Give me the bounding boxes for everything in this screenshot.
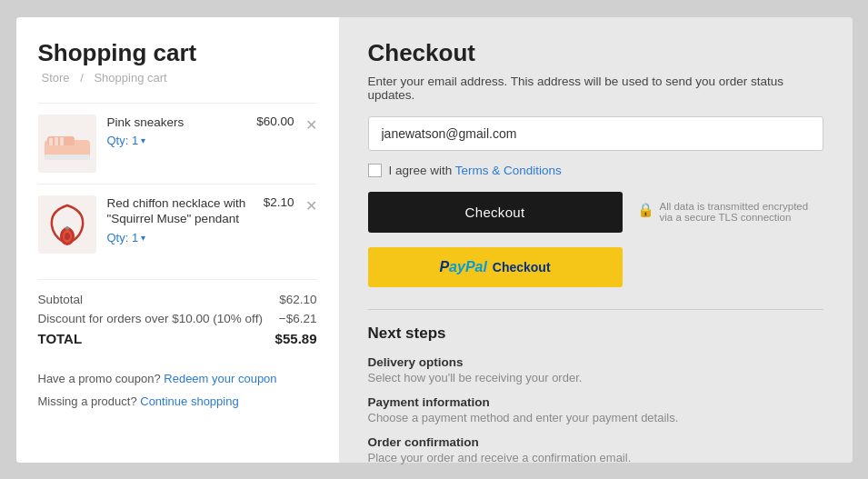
missing-text: Missing a product? — [38, 394, 137, 408]
qty-chevron-icon: ▾ — [141, 135, 145, 145]
checkout-title: Checkout — [368, 39, 823, 67]
necklace-icon — [41, 198, 94, 251]
lock-icon: 🔒 — [637, 202, 654, 218]
subtotal-label: Subtotal — [38, 293, 84, 306]
continue-shopping-link[interactable]: Continue shopping — [140, 394, 238, 408]
promo-text: Have a promo coupon? — [38, 372, 161, 385]
cart-panel: Shopping cart Store / Shopping cart Pin — [16, 17, 339, 463]
svg-rect-3 — [49, 138, 53, 145]
checkout-subtitle: Enter your email address. This address w… — [368, 75, 823, 102]
discount-row: Discount for orders over $10.00 (10% off… — [38, 312, 317, 325]
item-2-qty[interactable]: Qty: 1 ▾ — [107, 231, 253, 244]
terms-checkbox[interactable] — [368, 164, 382, 177]
cart-item-1: Pink sneakers Qty: 1 ▾ $60.00 ✕ — [38, 103, 317, 184]
subtotal-row: Subtotal $62.10 — [38, 293, 317, 306]
sneaker-icon — [40, 122, 95, 165]
email-input[interactable] — [368, 116, 823, 151]
divider — [368, 309, 823, 310]
item-2-price: $2.10 — [264, 195, 294, 209]
paypal-p-letter: P — [439, 259, 449, 274]
breadcrumb-store: Store — [42, 71, 70, 85]
qty2-chevron-icon: ▾ — [141, 233, 145, 243]
terms-link[interactable]: Terms & Conditions — [455, 164, 562, 177]
missing-section: Missing a product? Continue shopping — [38, 394, 317, 408]
item-image-necklace — [38, 195, 96, 254]
breadcrumb: Store / Shopping cart — [38, 71, 317, 85]
item-1-details: Pink sneakers Qty: 1 ▾ — [107, 115, 246, 148]
terms-row: I agree with Terms & Conditions — [368, 164, 823, 177]
item-1-qty[interactable]: Qty: 1 ▾ — [107, 134, 246, 147]
subtotal-value: $62.10 — [279, 293, 316, 306]
checkout-buttons-row: Checkout 🔒 All data is transmitted encry… — [368, 192, 823, 233]
item-2-remove-button[interactable]: ✕ — [305, 197, 317, 215]
total-label: TOTAL — [38, 331, 83, 346]
checkout-panel: Checkout Enter your email address. This … — [339, 17, 853, 463]
paypal-checkout-text: Checkout — [489, 260, 551, 274]
svg-rect-2 — [45, 155, 90, 160]
step-delivery: Delivery options Select how you'll be re… — [368, 355, 823, 384]
terms-text: I agree with Terms & Conditions — [389, 164, 562, 177]
cart-item-2: Red chiffon necklace with "Squirrel Muse… — [38, 184, 317, 264]
item-1-remove-button[interactable]: ✕ — [305, 116, 317, 134]
secure-info: 🔒 All data is transmitted encrypted via … — [637, 201, 819, 223]
cart-title: Shopping cart — [38, 39, 317, 67]
svg-rect-4 — [55, 137, 58, 145]
secure-text: All data is transmitted encrypted via a … — [660, 201, 819, 223]
item-image-sneaker — [38, 115, 96, 173]
discount-value: −$6.21 — [279, 312, 317, 325]
svg-rect-5 — [60, 137, 64, 145]
redeem-coupon-link[interactable]: Redeem your coupon — [164, 372, 276, 385]
paypal-aypal-text: ayPal — [449, 259, 487, 274]
paypal-checkout-button[interactable]: PayPal Checkout — [368, 247, 623, 287]
step-payment: Payment information Choose a payment met… — [368, 395, 823, 424]
item-2-name: Red chiffon necklace with "Squirrel Muse… — [107, 195, 253, 227]
breadcrumb-current: Shopping cart — [94, 71, 166, 85]
checkout-button[interactable]: Checkout — [368, 192, 623, 233]
item-2-details: Red chiffon necklace with "Squirrel Muse… — [107, 195, 253, 244]
total-value: $55.89 — [275, 331, 317, 346]
total-row: TOTAL $55.89 — [38, 331, 317, 346]
svg-point-8 — [65, 233, 70, 240]
step-confirmation: Order confirmation Place your order and … — [368, 435, 823, 464]
item-1-price: $60.00 — [256, 115, 294, 128]
breadcrumb-separator: / — [80, 71, 84, 85]
item-1-name: Pink sneakers — [107, 115, 246, 131]
svg-point-9 — [65, 226, 69, 230]
next-steps-title: Next steps — [368, 324, 823, 343]
promo-section: Have a promo coupon? Redeem your coupon — [38, 372, 317, 385]
discount-label: Discount for orders over $10.00 (10% off… — [38, 312, 263, 325]
cart-summary: Subtotal $62.10 Discount for orders over… — [38, 279, 317, 352]
